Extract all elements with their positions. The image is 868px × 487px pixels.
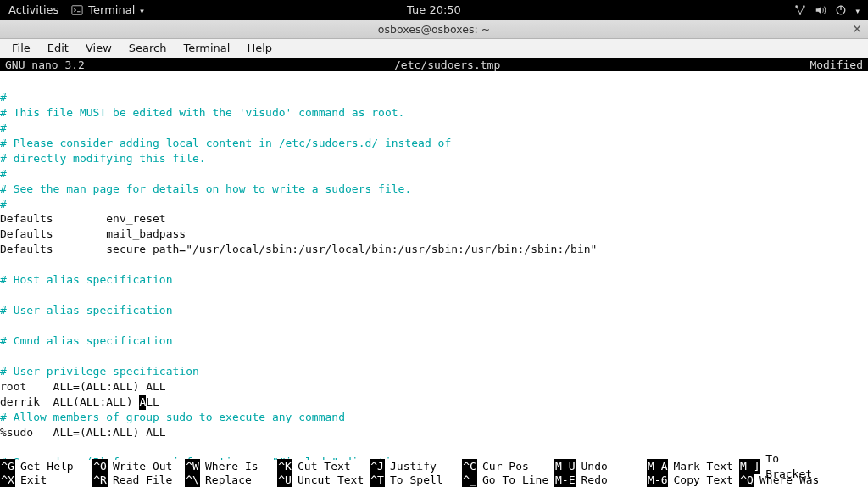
shortcut-label: Copy Text xyxy=(668,473,732,487)
shortcut: M-6Copy Text xyxy=(647,473,739,487)
shortcut-label: To Spell xyxy=(385,473,443,487)
menu-edit[interactable]: Edit xyxy=(41,39,75,58)
menu-terminal[interactable]: Terminal xyxy=(176,39,236,58)
close-button[interactable]: ✕ xyxy=(850,23,864,36)
top-app-menu[interactable]: Terminal ▾ xyxy=(71,3,143,18)
editor-line: # Host alias specification xyxy=(0,273,173,286)
shortcut: ^CCur Pos xyxy=(462,460,554,473)
editor-line: # Please consider adding local content i… xyxy=(0,137,451,149)
shortcut: ^TTo Spell xyxy=(370,473,462,487)
nano-header: GNU nano 3.2 /etc/sudoers.tmp Modified xyxy=(0,58,868,71)
activities-button[interactable]: Activities xyxy=(8,3,58,18)
shortcut-label: Exit xyxy=(15,473,47,487)
nano-shortcuts: ^GGet Help^OWrite Out^WWhere Is^KCut Tex… xyxy=(0,460,868,487)
shortcut: ^GGet Help xyxy=(0,460,92,473)
top-app-name: Terminal xyxy=(88,3,135,18)
gnome-top-bar: Activities Terminal ▾ Tue 20:50 ▾ xyxy=(0,0,868,20)
menu-help[interactable]: Help xyxy=(240,39,279,58)
network-icon[interactable] xyxy=(794,4,806,16)
shortcut-label: Replace xyxy=(200,473,252,487)
shortcut: ^UUncut Text xyxy=(277,473,370,487)
shortcut: M-AMark Text xyxy=(647,460,739,473)
shortcut-label: Redo xyxy=(576,473,607,487)
editor-line: # directly modifying this file. xyxy=(0,152,206,165)
editor-line: # xyxy=(0,91,7,104)
window-titlebar: osboxes@osboxes: ~ ✕ xyxy=(0,20,868,39)
shortcut: ^RRead File xyxy=(92,473,185,487)
editor-line: root ALL=(ALL:ALL) ALL xyxy=(0,380,166,393)
menu-view[interactable]: View xyxy=(79,39,119,58)
shortcut-label: Where Was xyxy=(754,473,819,487)
editor-line: Defaults mail_badpass xyxy=(0,227,186,240)
system-menu-arrow-icon[interactable]: ▾ xyxy=(855,6,860,16)
menu-file[interactable]: File xyxy=(5,39,37,58)
terminal-icon xyxy=(71,4,83,16)
shortcut-key: ^X xyxy=(0,473,15,487)
shortcut: M-UUndo xyxy=(554,460,647,473)
chevron-down-icon: ▾ xyxy=(140,6,144,16)
editor-line: # xyxy=(0,167,7,180)
editor-line: # xyxy=(0,121,7,134)
shortcut-label: Read File xyxy=(108,473,172,487)
editor-line: Defaults secure_path="/usr/local/sbin:/u… xyxy=(0,243,597,255)
shortcut-label: Uncut Text xyxy=(292,473,364,487)
editor-line: # Cmnd alias specification xyxy=(0,334,173,347)
editor-line: # xyxy=(0,198,7,210)
shortcut: ^WWhere Is xyxy=(185,460,277,473)
shortcut: M-ERedo xyxy=(554,473,647,487)
power-icon[interactable] xyxy=(835,4,847,16)
shortcut-key: M-E xyxy=(554,473,576,487)
shortcut: ^\Replace xyxy=(185,473,277,487)
close-icon: ✕ xyxy=(852,21,862,37)
shortcut-key: ^_ xyxy=(462,473,477,487)
editor-line: # User privilege specification xyxy=(0,365,199,378)
editor-line: # Allow members of group sudo to execute… xyxy=(0,411,345,423)
shortcut-label: Go To Line xyxy=(477,473,548,487)
shortcut: ^_Go To Line xyxy=(462,473,554,487)
shortcut: ^QWhere Was xyxy=(739,473,832,487)
shortcut: ^JJustify xyxy=(370,460,462,473)
shortcut: ^KCut Text xyxy=(277,460,370,473)
nano-filename: /etc/sudoers.tmp xyxy=(85,58,810,71)
shortcut-key: ^Q xyxy=(739,473,754,487)
editor-line: derrik ALL(ALL:ALL) ALL xyxy=(0,395,159,408)
shortcut-key: M-6 xyxy=(647,473,668,487)
terminal-menubar: File Edit View Search Terminal Help xyxy=(0,39,868,58)
shortcut: ^OWrite Out xyxy=(92,460,185,473)
shortcut-key: ^T xyxy=(370,473,385,487)
editor-line: # See the man page for details on how to… xyxy=(0,182,411,195)
editor-line: Defaults env_reset xyxy=(0,212,166,225)
nano-state: Modified xyxy=(810,58,863,71)
editor-line: # User alias specification xyxy=(0,304,173,316)
shortcut: ^XExit xyxy=(0,473,92,487)
window-title: osboxes@osboxes: ~ xyxy=(378,22,490,36)
shortcut-key: ^R xyxy=(92,473,108,487)
nano-version: GNU nano 3.2 xyxy=(5,58,85,71)
svg-rect-0 xyxy=(72,6,82,15)
nano-editor[interactable]: # # This file MUST be edited with the 'v… xyxy=(0,71,868,460)
editor-line: %sudo ALL=(ALL:ALL) ALL xyxy=(0,426,166,439)
editor-line: # This file MUST be edited with the 'vis… xyxy=(0,106,404,119)
menu-search[interactable]: Search xyxy=(122,39,174,58)
shortcut: M-]To Bracket xyxy=(739,460,832,473)
shortcut-key: ^\ xyxy=(185,473,200,487)
shortcut-key: ^U xyxy=(277,473,292,487)
volume-icon[interactable] xyxy=(815,4,826,16)
